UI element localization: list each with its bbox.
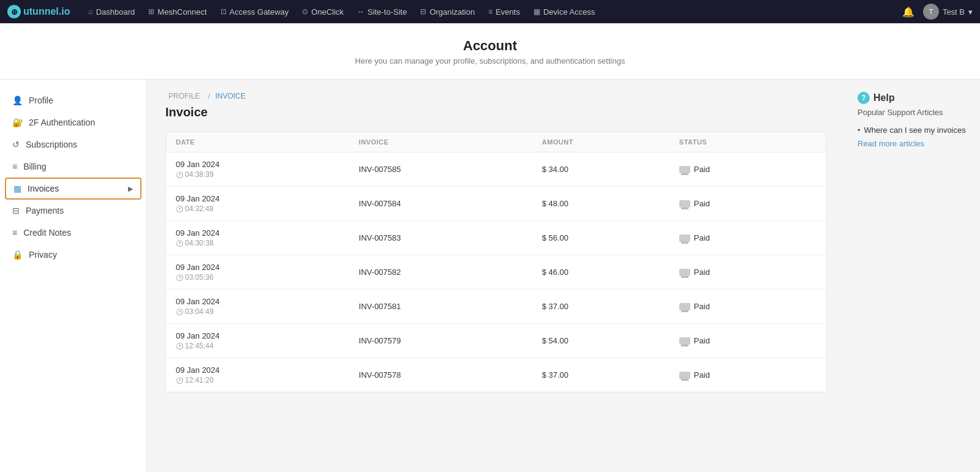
row-date: 09 Jan 2024 🕐 03:04:49 — [176, 297, 359, 316]
nav-item-organization[interactable]: ⊟ Organization — [414, 4, 481, 20]
user-chevron-icon: ▾ — [968, 7, 973, 17]
organization-icon: ⊟ — [420, 7, 426, 16]
row-invoice-id: INV-007585 — [359, 165, 542, 174]
row-invoice-id: INV-007584 — [359, 199, 542, 208]
row-date: 09 Jan 2024 🕐 04:30:38 — [176, 228, 359, 247]
notification-bell[interactable]: 🔔 — [900, 3, 917, 20]
row-amount: $ 34.00 — [542, 165, 679, 174]
header-status: STATUS — [679, 138, 816, 146]
nav-item-device-access[interactable]: ▦ Device Access — [527, 4, 601, 20]
sidebar-item-billing[interactable]: ≡ Billing — [0, 155, 146, 178]
row-date: 09 Jan 2024 🕐 04:38:39 — [176, 160, 359, 179]
page-header: Account Here you can manage your profile… — [0, 23, 980, 80]
clock-icon: 🕐 — [176, 206, 183, 212]
row-amount: $ 37.00 — [542, 302, 679, 311]
breadcrumb-current[interactable]: INVOICE — [215, 92, 245, 100]
help-title: ? Help — [858, 92, 968, 104]
nav-item-meshconnect[interactable]: ⊞ MeshConnect — [142, 4, 213, 20]
row-invoice-id: INV-007579 — [359, 336, 542, 345]
sidebar-item-2fa[interactable]: 🔐 2F Authentication — [0, 111, 146, 133]
row-status: Paid — [679, 336, 816, 345]
logo-text: utunnel.io — [23, 6, 70, 17]
table-row[interactable]: 09 Jan 2024 🕐 12:45:44 INV-007579 $ 54.0… — [166, 324, 826, 358]
invoices-icon: ▦ — [13, 184, 21, 193]
row-amount: $ 37.00 — [542, 370, 679, 380]
nav-item-access-gateway[interactable]: ⊡ Access Gateway — [214, 4, 295, 20]
header-invoice: INVOICE — [359, 138, 542, 146]
header-amount: AMOUNT — [542, 138, 679, 146]
row-invoice-id: INV-007583 — [359, 233, 542, 242]
chevron-right-icon: ▶ — [128, 185, 133, 193]
user-menu[interactable]: T Test B ▾ — [923, 4, 973, 20]
meshconnect-icon: ⊞ — [148, 7, 154, 16]
table-header: DATE INVOICE AMOUNT STATUS — [166, 132, 826, 152]
row-status: Paid — [679, 233, 816, 242]
nav-item-dashboard[interactable]: ⌂ Dashboard — [82, 4, 141, 20]
logo[interactable]: ⊕ utunnel.io — [7, 5, 70, 18]
page-title: Account — [10, 38, 970, 54]
table-row[interactable]: 09 Jan 2024 🕐 03:05:36 INV-007582 $ 46.0… — [166, 255, 826, 290]
clock-icon: 🕐 — [176, 377, 183, 384]
row-status: Paid — [679, 165, 816, 174]
credit-notes-icon: ≡ — [12, 228, 17, 238]
payments-icon: ⊟ — [12, 206, 20, 215]
oneclick-icon: ⊙ — [302, 7, 308, 16]
billing-icon: ≡ — [12, 162, 17, 171]
avatar: T — [923, 4, 939, 20]
row-status: Paid — [679, 302, 816, 311]
clock-icon: 🕐 — [176, 343, 183, 350]
breadcrumb-parent[interactable]: PROFILE — [168, 92, 200, 100]
table-row[interactable]: 09 Jan 2024 🕐 04:38:39 INV-007585 $ 34.0… — [166, 152, 826, 187]
help-icon: ? — [858, 92, 870, 104]
paid-icon — [679, 166, 690, 173]
table-row[interactable]: 09 Jan 2024 🕐 04:30:38 INV-007583 $ 56.0… — [166, 221, 826, 255]
nav-items: ⌂ Dashboard ⊞ MeshConnect ⊡ Access Gatew… — [82, 4, 897, 20]
clock-icon: 🕐 — [176, 309, 183, 315]
help-subtitle: Popular Support Articles — [858, 108, 968, 117]
paid-icon — [679, 200, 690, 208]
table-body: 09 Jan 2024 🕐 04:38:39 INV-007585 $ 34.0… — [166, 152, 826, 392]
row-date: 09 Jan 2024 🕐 04:32:48 — [176, 194, 359, 213]
breadcrumb: PROFILE / INVOICE — [165, 92, 827, 100]
paid-icon — [679, 372, 690, 379]
nav-item-site-to-site[interactable]: ↔ Site-to-Site — [351, 4, 413, 20]
sidebar-item-subscriptions[interactable]: ↺ Subscriptions — [0, 133, 146, 155]
row-date: 09 Jan 2024 🕐 03:05:36 — [176, 263, 359, 282]
sidebar-item-privacy[interactable]: 🔒 Privacy — [0, 244, 146, 266]
row-amount: $ 48.00 — [542, 199, 679, 208]
row-status: Paid — [679, 268, 816, 277]
sidebar-item-credit-notes[interactable]: ≡ Credit Notes — [0, 222, 146, 244]
row-invoice-id: INV-007581 — [359, 302, 542, 311]
access-gateway-icon: ⊡ — [221, 7, 227, 16]
device-access-icon: ▦ — [533, 7, 540, 16]
nav-item-oneclick[interactable]: ⊙ OneClick — [296, 4, 350, 20]
page-subtitle: Here you can manage your profile, subscr… — [10, 56, 970, 66]
subscriptions-icon: ↺ — [12, 140, 20, 149]
table-row[interactable]: 09 Jan 2024 🕐 04:32:48 INV-007584 $ 48.0… — [166, 187, 826, 221]
sidebar-item-payments[interactable]: ⊟ Payments — [0, 200, 146, 222]
row-invoice-id: INV-007578 — [359, 370, 542, 380]
table-row[interactable]: 09 Jan 2024 🕐 12:41:20 INV-007578 $ 37.0… — [166, 358, 826, 392]
sidebar-item-invoices[interactable]: ▦ Invoices ▶ — [5, 178, 141, 200]
dashboard-icon: ⌂ — [88, 7, 92, 16]
paid-icon — [679, 269, 690, 276]
top-navigation: ⊕ utunnel.io ⌂ Dashboard ⊞ MeshConnect ⊡… — [0, 0, 980, 23]
site-to-site-icon: ↔ — [357, 7, 364, 16]
read-more-link[interactable]: Read more articles — [858, 139, 924, 148]
nav-right: 🔔 T Test B ▾ — [900, 3, 973, 20]
row-invoice-id: INV-007582 — [359, 268, 542, 277]
row-amount: $ 46.00 — [542, 268, 679, 277]
table-row[interactable]: 09 Jan 2024 🕐 03:04:49 INV-007581 $ 37.0… — [166, 290, 826, 324]
help-panel: ? Help Popular Support Articles Where ca… — [845, 80, 980, 472]
paid-icon — [679, 303, 690, 310]
header-date: DATE — [176, 138, 359, 146]
row-amount: $ 56.00 — [542, 233, 679, 242]
nav-item-events[interactable]: ≡ Events — [482, 4, 526, 20]
sidebar-item-profile[interactable]: 👤 Profile — [0, 89, 146, 111]
paid-icon — [679, 337, 690, 345]
clock-icon: 🕐 — [176, 274, 183, 281]
logo-icon: ⊕ — [7, 5, 21, 18]
content-title: Invoice — [165, 105, 827, 119]
2fa-icon: 🔐 — [12, 118, 23, 127]
clock-icon: 🕐 — [176, 171, 183, 178]
